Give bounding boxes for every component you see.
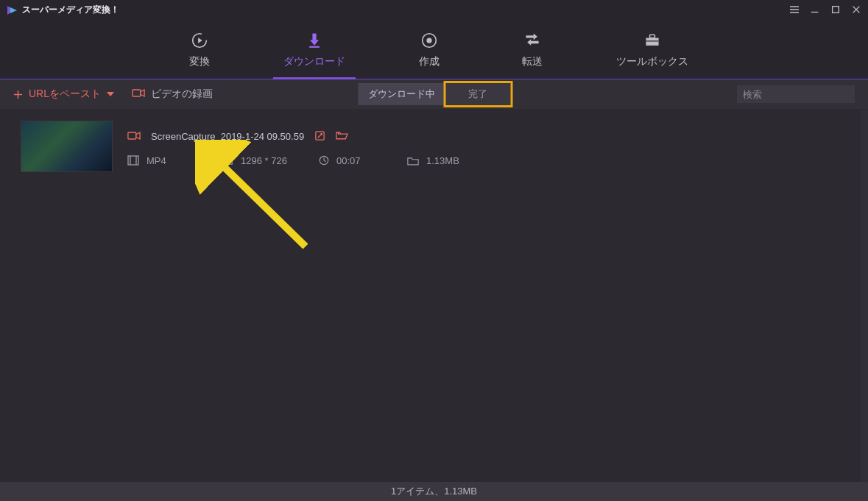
edit-icon[interactable]	[314, 130, 325, 143]
format-value: MP4	[147, 155, 166, 166]
svg-marker-12	[310, 40, 319, 46]
subtab-label: ダウンロード中	[368, 88, 435, 101]
convert-icon	[190, 32, 209, 49]
toolbar-right	[737, 85, 855, 103]
app-logo-icon	[6, 4, 16, 15]
subtab-completed[interactable]: 完了	[445, 83, 510, 105]
svg-marker-27	[136, 132, 140, 139]
filesize-meta: 1.13MB	[407, 155, 510, 166]
nav-tab-create[interactable]: 作成	[400, 24, 459, 79]
item-info-bottom: MP4 1296 * 726 00:07	[127, 155, 847, 166]
vertical-scrollbar[interactable]	[861, 110, 868, 482]
hamburger-menu-icon[interactable]	[788, 4, 800, 15]
film-icon	[127, 155, 139, 166]
nav-tab-download[interactable]: ダウンロード	[273, 24, 356, 79]
chevron-down-icon	[107, 92, 114, 96]
disc-icon	[420, 32, 439, 49]
app-title: スーパーメディア変換！	[22, 4, 119, 16]
nav-tab-toolbox[interactable]: ツールボックス	[606, 24, 699, 79]
toolbox-icon	[643, 32, 662, 49]
download-list: ScreenCapture_2019-1-24 09.50.59	[0, 109, 868, 184]
svg-marker-23	[107, 92, 114, 96]
title-bar: スーパーメディア変換！	[0, 0, 868, 19]
svg-rect-13	[309, 46, 320, 48]
paste-url-button[interactable]: URLをペースト	[13, 88, 114, 101]
svg-rect-6	[833, 7, 839, 13]
duration-value: 00:07	[336, 155, 361, 166]
nav-tab-transfer[interactable]: 転送	[503, 24, 562, 79]
svg-rect-18	[646, 38, 658, 46]
svg-rect-26	[128, 132, 136, 139]
item-info-top: ScreenCapture_2019-1-24 09.50.59	[127, 130, 847, 143]
record-video-button[interactable]: ビデオの録画	[132, 88, 213, 101]
main-nav: 変換 ダウンロード 作成 転送	[0, 19, 868, 79]
svg-rect-29	[128, 156, 138, 165]
svg-point-15	[427, 38, 431, 43]
svg-marker-25	[141, 90, 144, 96]
subtab-label: 完了	[468, 88, 487, 101]
format-meta: MP4	[127, 155, 223, 166]
video-thumbnail[interactable]	[21, 121, 113, 172]
status-summary: 1アイテム、1.13MB	[391, 485, 477, 498]
status-bar: 1アイテム、1.13MB	[0, 482, 868, 501]
nav-tab-label: 転送	[522, 55, 543, 68]
svg-marker-10	[198, 38, 202, 43]
svg-marker-1	[10, 7, 17, 13]
svg-marker-16	[526, 34, 537, 40]
duration-meta: 00:07	[319, 155, 407, 166]
title-bar-right	[788, 4, 862, 15]
close-button[interactable]	[850, 4, 862, 15]
download-toolbar: URLをペースト ビデオの録画 ダウンロード中 完了	[0, 79, 868, 109]
filesize-value: 1.13MB	[426, 155, 459, 166]
record-video-label: ビデオの録画	[151, 88, 213, 101]
svg-rect-19	[649, 35, 654, 38]
nav-tab-label: ダウンロード	[283, 55, 345, 68]
maximize-button[interactable]	[830, 4, 841, 15]
resolution-value: 1296 * 726	[241, 155, 287, 166]
camera-icon	[132, 88, 145, 100]
open-folder-icon[interactable]	[336, 130, 348, 143]
folder-icon	[407, 156, 419, 166]
subtab-downloading[interactable]: ダウンロード中	[358, 83, 445, 105]
expand-icon	[223, 155, 233, 166]
nav-tab-label: ツールボックス	[616, 55, 688, 68]
file-name: ScreenCapture_2019-1-24 09.50.59	[151, 131, 304, 142]
nav-tab-convert[interactable]: 変換	[170, 24, 229, 79]
item-info: ScreenCapture_2019-1-24 09.50.59	[127, 127, 847, 166]
nav-tab-label: 作成	[419, 55, 440, 68]
download-icon	[305, 32, 324, 49]
title-bar-left: スーパーメディア変換！	[6, 4, 119, 16]
resolution-meta: 1296 * 726	[223, 155, 319, 166]
download-subtabs: ダウンロード中 完了	[358, 83, 510, 105]
svg-marker-17	[527, 39, 538, 46]
minimize-button[interactable]	[809, 4, 821, 15]
paste-url-label: URLをペースト	[29, 88, 101, 101]
list-item[interactable]: ScreenCapture_2019-1-24 09.50.59	[0, 113, 868, 180]
svg-rect-11	[312, 34, 316, 40]
clock-icon	[319, 155, 329, 166]
search-input[interactable]	[737, 85, 855, 103]
nav-tab-label: 変換	[189, 55, 210, 68]
toolbar-left: URLをペースト ビデオの録画	[13, 88, 213, 101]
transfer-icon	[523, 32, 542, 49]
camera-icon	[127, 131, 141, 143]
svg-rect-24	[133, 90, 141, 96]
